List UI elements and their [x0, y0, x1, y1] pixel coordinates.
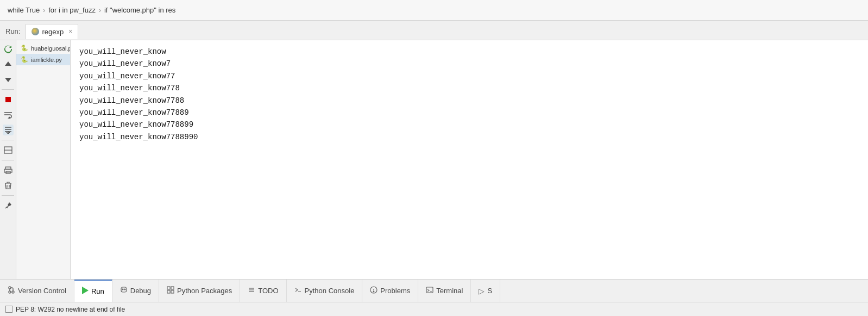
file-item-huabelguosal[interactable]: 🐍 huabelguosal.py — [16, 42, 70, 54]
python-console-icon — [294, 286, 302, 295]
svg-point-9 — [12, 291, 14, 293]
breadcrumb-sep2: › — [99, 7, 101, 14]
output-line: you_will_never_know77889 — [79, 107, 859, 119]
todo-label: TODO — [258, 287, 278, 295]
svg-point-8 — [9, 287, 11, 289]
svg-rect-0 — [5, 97, 11, 102]
svg-marker-11 — [82, 287, 89, 294]
delete-button[interactable] — [3, 180, 14, 191]
run-tabbar: Run: regexp × — [0, 21, 868, 40]
run-tab-close-button[interactable]: × — [68, 28, 72, 35]
file-panel: 🐍 huabelguosal.py 🐍 iamlickle.py — [16, 40, 71, 279]
output-line: you_will_never_know7788 — [79, 95, 859, 107]
status-bar: PEP 8: W292 no newline at end of file — [0, 302, 868, 316]
svg-point-12 — [122, 289, 123, 290]
main-area: Bookmarks Structure — [0, 40, 868, 279]
bottom-tab-debug[interactable]: Debug — [112, 280, 159, 302]
python-icon2: 🐍 — [21, 56, 28, 63]
svg-rect-24 — [426, 287, 433, 293]
debug-label: Debug — [130, 287, 151, 295]
bottom-tab-s[interactable]: ▷S — [471, 280, 500, 302]
bottom-tab-run[interactable]: Run — [74, 280, 112, 302]
problems-icon — [370, 286, 378, 295]
python-packages-icon — [167, 286, 174, 295]
svg-rect-14 — [167, 287, 170, 289]
breadcrumb-part2: for i in pw_fuzz — [48, 6, 96, 14]
divider3 — [2, 160, 14, 160]
version-control-icon — [8, 286, 15, 295]
todo-icon — [248, 286, 255, 295]
divider1 — [2, 89, 14, 90]
bottom-tab-problems[interactable]: Problems — [362, 280, 418, 302]
bottom-tab-python-console[interactable]: Python Console — [287, 280, 363, 302]
wrap-text-button[interactable] — [3, 109, 14, 120]
breadcrumb-part3: if "welcome.php" in res — [104, 6, 175, 14]
output-line: you_will_never_know7 — [79, 58, 859, 70]
svg-rect-15 — [171, 287, 174, 289]
pin-button[interactable] — [3, 200, 14, 211]
output-line: you_will_never_know778899 — [79, 119, 859, 131]
version-control-label: Version Control — [18, 287, 66, 295]
breadcrumb-sep1: › — [43, 7, 45, 14]
output-line: you_will_never_know — [79, 46, 859, 58]
file-item-iamlickle[interactable]: 🐍 iamlickle.py — [16, 54, 70, 65]
svg-rect-16 — [167, 290, 170, 293]
debug-icon — [120, 286, 128, 295]
python-file-icon — [32, 28, 39, 35]
run-label: Run — [91, 287, 104, 295]
file-name-iamlickle: iamlickle.py — [31, 57, 62, 63]
divider4 — [2, 195, 14, 196]
output-line: you_will_never_know77 — [79, 70, 859, 82]
bottom-tab-python-packages[interactable]: Python Packages — [159, 280, 240, 302]
svg-point-23 — [374, 291, 375, 292]
scroll-to-bottom-button[interactable] — [3, 125, 14, 135]
problems-label: Problems — [380, 287, 410, 295]
python-console-label: Python Console — [305, 287, 355, 295]
left-sidebar: Bookmarks Structure — [0, 40, 16, 279]
svg-rect-3 — [5, 167, 11, 169]
breadcrumb-part1: while True — [8, 6, 40, 14]
run-tab-regexp[interactable]: regexp × — [26, 24, 78, 39]
svg-point-13 — [124, 289, 125, 290]
python-packages-label: Python Packages — [177, 287, 232, 295]
output-line: you_will_never_know778 — [79, 82, 859, 94]
run-tab-name: regexp — [42, 28, 64, 36]
python-icon: 🐍 — [21, 45, 28, 52]
status-message: PEP 8: W292 no newline at end of file — [16, 306, 125, 313]
breadcrumb-bar: while True › for i in pw_fuzz › if "welc… — [0, 0, 868, 21]
refresh-button[interactable] — [3, 44, 14, 54]
layout-button[interactable] — [3, 145, 14, 156]
file-name-huabelguosal: huabelguosal.py — [31, 45, 70, 52]
output-area: you_will_never_knowyou_will_never_know7y… — [71, 40, 868, 279]
print-button[interactable] — [3, 165, 14, 176]
s-icon: ▷ — [479, 287, 485, 295]
svg-rect-17 — [171, 290, 174, 293]
bottom-tabs: Version ControlRunDebugPython PackagesTO… — [0, 279, 868, 302]
run-label: Run: — [0, 27, 26, 35]
divider2 — [2, 140, 14, 140]
output-line: you_will_never_know7788990 — [79, 131, 859, 143]
terminal-label: Terminal — [436, 287, 463, 295]
s-label: S — [487, 287, 492, 295]
stop-button[interactable] — [3, 94, 14, 105]
svg-point-10 — [9, 291, 11, 293]
bottom-tab-version-control[interactable]: Version Control — [0, 280, 74, 302]
scroll-up-button[interactable] — [3, 59, 14, 70]
bottom-tab-todo[interactable]: TODO — [240, 280, 286, 302]
scroll-down-button[interactable] — [3, 74, 14, 85]
status-checkbox[interactable] — [5, 306, 12, 313]
bottom-tab-terminal[interactable]: Terminal — [418, 280, 471, 302]
run-icon — [82, 287, 89, 296]
terminal-icon — [426, 286, 433, 295]
